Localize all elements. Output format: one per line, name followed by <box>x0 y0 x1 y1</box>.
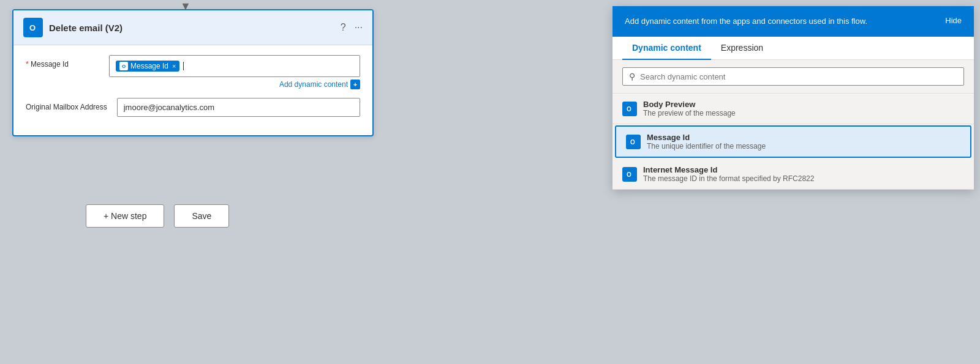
token-outlook-icon: O <box>119 62 128 70</box>
item-outlook-icon: O <box>622 167 637 182</box>
tab-dynamic-content[interactable]: Dynamic content <box>622 37 711 60</box>
item-text: Message Id The unique identifier of the … <box>647 133 960 150</box>
panel-tabs: Dynamic content Expression <box>612 37 974 60</box>
canvas: ▼ O Delete email (V2) ? ··· * Message Id <box>0 0 980 364</box>
card-body: * Message Id O Message Id × Add dynamic … <box>13 45 372 135</box>
item-text: Internet Message Id The message ID in th… <box>643 165 964 183</box>
token-text: Message Id <box>130 62 168 70</box>
mailbox-label: Original Mailbox Address <box>26 98 107 111</box>
svg-text:O: O <box>29 23 36 32</box>
search-box[interactable]: ⚲ <box>622 67 964 86</box>
panel-header-text: Add dynamic content from the apps and co… <box>625 16 945 27</box>
message-id-label: * Message Id <box>26 55 99 69</box>
item-name: Internet Message Id <box>643 165 964 174</box>
tab-expression[interactable]: Expression <box>711 37 773 60</box>
item-text: Body Preview The preview of the message <box>643 100 964 117</box>
dynamic-content-panel: Add dynamic content from the apps and co… <box>612 6 974 190</box>
message-id-input-wrapper: O Message Id × Add dynamic content + <box>109 55 360 89</box>
panel-hide-link[interactable]: Hide <box>945 16 962 25</box>
text-cursor <box>183 62 184 70</box>
list-item[interactable]: O Message Id The unique identifier of th… <box>615 125 971 158</box>
message-id-input[interactable]: O Message Id × <box>109 55 360 77</box>
mailbox-field-row: Original Mailbox Address <box>26 98 360 117</box>
search-input[interactable] <box>640 72 957 81</box>
card-header: O Delete email (V2) ? ··· <box>13 10 372 45</box>
mailbox-input[interactable] <box>117 98 360 117</box>
add-dynamic-label: Add dynamic content <box>279 80 348 89</box>
more-icon[interactable]: ··· <box>355 22 363 33</box>
panel-header: Add dynamic content from the apps and co… <box>612 6 974 37</box>
panel-search: ⚲ <box>612 60 974 94</box>
email-card: O Delete email (V2) ? ··· * Message Id O <box>12 9 374 136</box>
save-button[interactable]: Save <box>174 204 229 228</box>
svg-text:O: O <box>630 139 635 146</box>
token-close-icon[interactable]: × <box>172 62 176 70</box>
list-item[interactable]: O Body Preview The preview of the messag… <box>612 94 974 124</box>
svg-text:O: O <box>627 106 631 113</box>
item-outlook-icon: O <box>626 135 641 149</box>
card-header-actions: ? ··· <box>341 22 363 33</box>
bottom-buttons: + New step Save <box>86 204 229 228</box>
item-desc: The message ID in the format specified b… <box>643 174 964 183</box>
item-name: Message Id <box>647 133 960 142</box>
item-name: Body Preview <box>643 100 964 109</box>
panel-content: O Body Preview The preview of the messag… <box>612 94 974 190</box>
help-icon[interactable]: ? <box>341 22 346 33</box>
card-title: Delete email (V2) <box>49 23 334 33</box>
list-item[interactable]: O Internet Message Id The message ID in … <box>612 159 974 190</box>
item-outlook-icon: O <box>622 102 637 116</box>
message-id-token: O Message Id × <box>116 61 179 72</box>
svg-text:O: O <box>627 171 631 178</box>
search-icon: ⚲ <box>629 72 635 81</box>
new-step-button[interactable]: + New step <box>86 204 164 228</box>
message-id-field-row: * Message Id O Message Id × Add dynamic … <box>26 55 360 89</box>
mailbox-input-wrapper <box>117 98 360 117</box>
add-dynamic-icon: + <box>350 80 360 89</box>
item-desc: The unique identifier of the message <box>647 142 960 150</box>
add-dynamic-content-link[interactable]: Add dynamic content + <box>109 80 360 89</box>
outlook-icon: O <box>23 18 43 37</box>
item-desc: The preview of the message <box>643 109 964 117</box>
